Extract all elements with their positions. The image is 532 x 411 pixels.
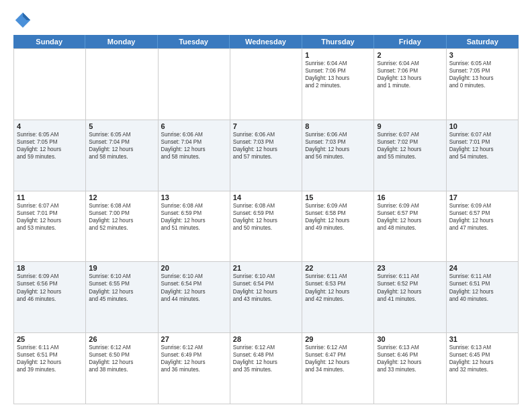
day-number: 30	[377, 335, 443, 343]
day-cell-20: 20Sunrise: 6:10 AM Sunset: 6:54 PM Dayli…	[159, 262, 230, 333]
day-info: Sunrise: 6:10 AM Sunset: 6:54 PM Dayligh…	[161, 273, 227, 302]
day-info: Sunrise: 6:05 AM Sunset: 7:05 PM Dayligh…	[449, 60, 515, 89]
day-info: Sunrise: 6:07 AM Sunset: 7:02 PM Dayligh…	[377, 131, 443, 161]
calendar-row-3: 11Sunrise: 6:07 AM Sunset: 7:01 PM Dayli…	[14, 191, 519, 263]
day-cell-15: 15Sunrise: 6:09 AM Sunset: 6:58 PM Dayli…	[302, 191, 374, 263]
day-cell-13: 13Sunrise: 6:08 AM Sunset: 6:59 PM Dayli…	[159, 191, 230, 263]
day-number: 20	[161, 264, 227, 272]
day-cell-25: 25Sunrise: 6:11 AM Sunset: 6:51 PM Dayli…	[14, 333, 86, 404]
day-number: 26	[89, 335, 154, 343]
day-number: 28	[233, 335, 299, 343]
day-info: Sunrise: 6:07 AM Sunset: 7:01 PM Dayligh…	[449, 131, 515, 161]
day-cell-28: 28Sunrise: 6:12 AM Sunset: 6:48 PM Dayli…	[230, 333, 302, 404]
day-cell-27: 27Sunrise: 6:12 AM Sunset: 6:49 PM Dayli…	[159, 333, 230, 404]
day-cell-18: 18Sunrise: 6:09 AM Sunset: 6:56 PM Dayli…	[14, 262, 86, 333]
calendar-row-4: 18Sunrise: 6:09 AM Sunset: 6:56 PM Dayli…	[14, 262, 519, 333]
empty-cell-0-0	[14, 49, 86, 120]
day-info: Sunrise: 6:08 AM Sunset: 6:59 PM Dayligh…	[233, 202, 299, 232]
weekday-header-tuesday: Tuesday	[158, 35, 230, 48]
empty-cell-0-2	[159, 49, 230, 120]
day-cell-23: 23Sunrise: 6:11 AM Sunset: 6:52 PM Dayli…	[374, 262, 446, 333]
day-info: Sunrise: 6:11 AM Sunset: 6:51 PM Dayligh…	[17, 344, 83, 373]
day-cell-2: 2Sunrise: 6:04 AM Sunset: 7:06 PM Daylig…	[374, 49, 446, 120]
calendar-header: SundayMondayTuesdayWednesdayThursdayFrid…	[13, 35, 519, 48]
day-cell-3: 3Sunrise: 6:05 AM Sunset: 7:05 PM Daylig…	[447, 49, 519, 120]
day-info: Sunrise: 6:05 AM Sunset: 7:05 PM Dayligh…	[17, 131, 83, 161]
day-cell-29: 29Sunrise: 6:12 AM Sunset: 6:47 PM Dayli…	[302, 333, 374, 404]
day-number: 10	[449, 122, 515, 130]
day-number: 31	[449, 335, 515, 343]
day-cell-10: 10Sunrise: 6:07 AM Sunset: 7:01 PM Dayli…	[447, 120, 519, 191]
day-cell-5: 5Sunrise: 6:05 AM Sunset: 7:04 PM Daylig…	[86, 120, 158, 191]
day-info: Sunrise: 6:11 AM Sunset: 6:51 PM Dayligh…	[449, 273, 515, 302]
day-info: Sunrise: 6:11 AM Sunset: 6:53 PM Dayligh…	[305, 273, 371, 302]
logo-icon	[13, 11, 32, 30]
day-number: 15	[305, 193, 371, 201]
day-number: 23	[377, 264, 443, 272]
day-number: 27	[161, 335, 227, 343]
page: SundayMondayTuesdayWednesdayThursdayFrid…	[0, 0, 532, 411]
day-info: Sunrise: 6:10 AM Sunset: 6:54 PM Dayligh…	[233, 273, 299, 302]
day-info: Sunrise: 6:07 AM Sunset: 7:01 PM Dayligh…	[17, 202, 83, 232]
calendar-body: 1Sunrise: 6:04 AM Sunset: 7:06 PM Daylig…	[13, 48, 519, 404]
day-cell-9: 9Sunrise: 6:07 AM Sunset: 7:02 PM Daylig…	[374, 120, 446, 191]
weekday-header-thursday: Thursday	[302, 35, 374, 48]
day-info: Sunrise: 6:09 AM Sunset: 6:58 PM Dayligh…	[305, 202, 371, 232]
empty-cell-0-3	[230, 49, 302, 120]
logo	[13, 11, 35, 30]
day-number: 6	[161, 122, 227, 130]
day-number: 18	[17, 264, 83, 272]
day-number: 24	[449, 264, 515, 272]
day-number: 19	[89, 264, 154, 272]
day-cell-12: 12Sunrise: 6:08 AM Sunset: 7:00 PM Dayli…	[86, 191, 158, 263]
empty-cell-0-1	[86, 49, 158, 120]
calendar-row-1: 1Sunrise: 6:04 AM Sunset: 7:06 PM Daylig…	[14, 49, 519, 120]
day-cell-1: 1Sunrise: 6:04 AM Sunset: 7:06 PM Daylig…	[302, 49, 374, 120]
day-info: Sunrise: 6:09 AM Sunset: 6:57 PM Dayligh…	[377, 202, 443, 232]
weekday-header-friday: Friday	[374, 35, 446, 48]
day-number: 13	[161, 193, 227, 201]
day-cell-11: 11Sunrise: 6:07 AM Sunset: 7:01 PM Dayli…	[14, 191, 86, 263]
day-info: Sunrise: 6:12 AM Sunset: 6:50 PM Dayligh…	[89, 344, 154, 373]
day-cell-30: 30Sunrise: 6:13 AM Sunset: 6:46 PM Dayli…	[374, 333, 446, 404]
day-number: 21	[233, 264, 299, 272]
weekday-header-saturday: Saturday	[447, 35, 519, 48]
day-info: Sunrise: 6:06 AM Sunset: 7:03 PM Dayligh…	[233, 131, 299, 161]
day-info: Sunrise: 6:05 AM Sunset: 7:04 PM Dayligh…	[89, 131, 154, 161]
day-info: Sunrise: 6:13 AM Sunset: 6:45 PM Dayligh…	[449, 344, 515, 373]
day-info: Sunrise: 6:08 AM Sunset: 6:59 PM Dayligh…	[161, 202, 227, 232]
day-cell-4: 4Sunrise: 6:05 AM Sunset: 7:05 PM Daylig…	[14, 120, 86, 191]
day-number: 8	[305, 122, 371, 130]
day-info: Sunrise: 6:09 AM Sunset: 6:56 PM Dayligh…	[17, 273, 83, 302]
day-number: 14	[233, 193, 299, 201]
day-cell-16: 16Sunrise: 6:09 AM Sunset: 6:57 PM Dayli…	[374, 191, 446, 263]
day-cell-22: 22Sunrise: 6:11 AM Sunset: 6:53 PM Dayli…	[302, 262, 374, 333]
day-info: Sunrise: 6:12 AM Sunset: 6:48 PM Dayligh…	[233, 344, 299, 373]
day-cell-21: 21Sunrise: 6:10 AM Sunset: 6:54 PM Dayli…	[230, 262, 302, 333]
day-cell-8: 8Sunrise: 6:06 AM Sunset: 7:03 PM Daylig…	[302, 120, 374, 191]
day-number: 25	[17, 335, 83, 343]
day-info: Sunrise: 6:06 AM Sunset: 7:03 PM Dayligh…	[305, 131, 371, 161]
day-number: 7	[233, 122, 299, 130]
day-number: 5	[89, 122, 154, 130]
day-info: Sunrise: 6:04 AM Sunset: 7:06 PM Dayligh…	[377, 60, 443, 89]
weekday-header-sunday: Sunday	[13, 35, 85, 48]
calendar-row-5: 25Sunrise: 6:11 AM Sunset: 6:51 PM Dayli…	[14, 333, 519, 404]
day-number: 12	[89, 193, 154, 201]
day-number: 16	[377, 193, 443, 201]
day-cell-24: 24Sunrise: 6:11 AM Sunset: 6:51 PM Dayli…	[447, 262, 519, 333]
day-cell-14: 14Sunrise: 6:08 AM Sunset: 6:59 PM Dayli…	[230, 191, 302, 263]
day-info: Sunrise: 6:06 AM Sunset: 7:04 PM Dayligh…	[161, 131, 227, 161]
day-cell-7: 7Sunrise: 6:06 AM Sunset: 7:03 PM Daylig…	[230, 120, 302, 191]
day-number: 2	[377, 51, 443, 59]
day-cell-6: 6Sunrise: 6:06 AM Sunset: 7:04 PM Daylig…	[159, 120, 230, 191]
day-cell-17: 17Sunrise: 6:09 AM Sunset: 6:57 PM Dayli…	[447, 191, 519, 263]
day-info: Sunrise: 6:10 AM Sunset: 6:55 PM Dayligh…	[89, 273, 154, 302]
day-number: 29	[305, 335, 371, 343]
day-info: Sunrise: 6:08 AM Sunset: 7:00 PM Dayligh…	[89, 202, 154, 232]
day-number: 17	[449, 193, 515, 201]
calendar: SundayMondayTuesdayWednesdayThursdayFrid…	[13, 35, 519, 404]
day-info: Sunrise: 6:12 AM Sunset: 6:47 PM Dayligh…	[305, 344, 371, 373]
day-number: 9	[377, 122, 443, 130]
day-number: 3	[449, 51, 515, 59]
